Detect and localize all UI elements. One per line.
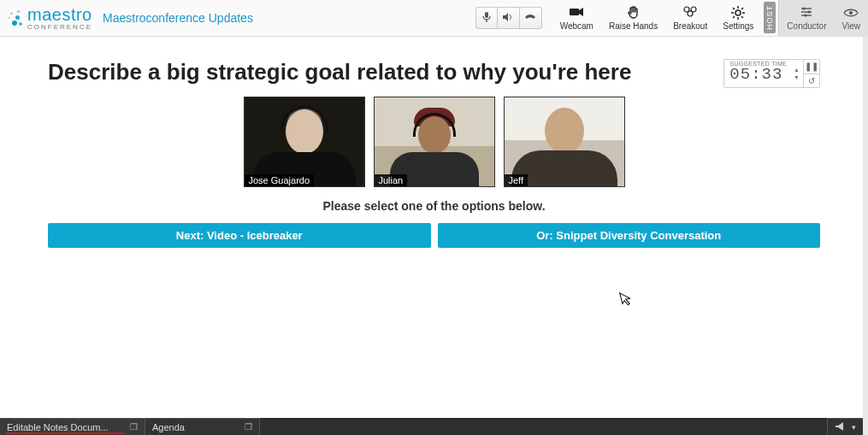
main-content: Describe a big strategic goal related to… bbox=[0, 37, 868, 248]
pause-icon: ❚❚ bbox=[805, 62, 818, 71]
svg-point-22 bbox=[805, 14, 807, 16]
brand-name: maestro bbox=[27, 5, 92, 25]
bottom-tab-label: Agenda bbox=[152, 422, 185, 432]
or-button[interactable]: Or: Snippet Diversity Conversation bbox=[438, 223, 821, 248]
timer-widget: SUGGESTED TIME 05:33 ▲ ▼ ❚❚ ↺ bbox=[723, 59, 820, 88]
svg-point-20 bbox=[803, 7, 806, 9]
nav-buttons: Next: Video - Icebreaker Or: Snippet Div… bbox=[48, 223, 820, 248]
bottom-tab-label: Editable Notes Docum... bbox=[7, 422, 109, 432]
question-title: Describe a big strategic goal related to… bbox=[48, 59, 706, 85]
megaphone-icon bbox=[835, 421, 847, 433]
svg-line-14 bbox=[741, 16, 743, 18]
brand-logo: maestro CONFERENCE bbox=[7, 5, 92, 31]
breakout-button[interactable]: Breakout bbox=[665, 0, 715, 37]
chevron-down-icon: ▾ bbox=[852, 423, 856, 432]
webcam-button[interactable]: Webcam bbox=[552, 0, 601, 37]
speaker-button[interactable] bbox=[498, 7, 520, 29]
top-bar: maestro CONFERENCE Maestroconference Upd… bbox=[0, 0, 868, 37]
raise-hands-label: Raise Hands bbox=[609, 21, 658, 31]
settings-button[interactable]: Settings bbox=[715, 0, 761, 37]
breakout-label: Breakout bbox=[673, 21, 707, 31]
conductor-button[interactable]: Conductor bbox=[779, 0, 834, 37]
breakout-icon bbox=[682, 6, 698, 21]
logo-mark-icon bbox=[7, 10, 26, 29]
video-tile[interactable]: Jeff bbox=[504, 97, 625, 187]
phone-icon bbox=[524, 12, 536, 25]
video-tile[interactable]: Jose Guajardo bbox=[244, 97, 365, 187]
speaker-icon bbox=[502, 12, 514, 25]
bottom-bar: Editable Notes Docum... ❐ Agenda ❐ ▾ bbox=[0, 418, 863, 435]
mic-button[interactable] bbox=[475, 7, 498, 29]
timer-up-icon[interactable]: ▲ bbox=[794, 66, 800, 73]
webcam-icon bbox=[569, 6, 584, 21]
svg-line-13 bbox=[733, 8, 735, 9]
raise-hands-button[interactable]: Raise Hands bbox=[601, 0, 665, 37]
audio-controls bbox=[475, 7, 542, 29]
bottom-announce-button[interactable]: ▾ bbox=[827, 418, 863, 435]
next-button[interactable]: Next: Video - Icebreaker bbox=[48, 223, 431, 248]
page-title: Maestroconference Updates bbox=[103, 11, 475, 25]
svg-point-7 bbox=[688, 11, 693, 16]
video-grid: Jose Guajardo Julian Jeff bbox=[48, 97, 820, 187]
svg-line-16 bbox=[733, 16, 735, 18]
raise-hand-icon bbox=[627, 6, 641, 21]
reset-icon: ↺ bbox=[808, 76, 815, 85]
bottom-tab-agenda[interactable]: Agenda ❐ bbox=[145, 418, 260, 435]
settings-label: Settings bbox=[723, 21, 753, 31]
mic-icon bbox=[481, 11, 492, 26]
gear-icon bbox=[731, 6, 745, 21]
svg-point-23 bbox=[849, 11, 853, 15]
svg-marker-4 bbox=[579, 8, 583, 16]
cursor-icon bbox=[618, 290, 635, 311]
view-label: View bbox=[842, 21, 861, 31]
select-prompt: Please select one of the options below. bbox=[48, 199, 820, 213]
timer-reset-button[interactable]: ↺ bbox=[804, 73, 819, 88]
host-actions: Conductor View bbox=[778, 0, 868, 37]
svg-rect-3 bbox=[570, 9, 579, 15]
host-badge: HOST bbox=[764, 2, 776, 33]
timer-value: 05:33 bbox=[729, 67, 787, 82]
top-actions: Webcam Raise Hands Breakout Settings HOS… bbox=[552, 0, 868, 37]
svg-point-21 bbox=[808, 10, 811, 13]
window-icon: ❐ bbox=[130, 422, 138, 432]
timer-pause-button[interactable]: ❚❚ bbox=[804, 60, 819, 73]
svg-rect-0 bbox=[485, 12, 488, 18]
participant-name: Julian bbox=[375, 174, 408, 186]
video-tile[interactable]: Julian bbox=[374, 97, 495, 187]
webcam-label: Webcam bbox=[560, 21, 593, 31]
svg-line-15 bbox=[741, 8, 743, 9]
eye-icon bbox=[843, 6, 859, 21]
svg-marker-2 bbox=[503, 13, 508, 21]
participant-name: Jose Guajardo bbox=[245, 174, 315, 186]
bottom-tab-notes[interactable]: Editable Notes Docum... ❐ bbox=[0, 418, 145, 435]
sliders-icon bbox=[800, 6, 813, 21]
conductor-label: Conductor bbox=[787, 21, 826, 31]
timer-down-icon[interactable]: ▼ bbox=[794, 73, 800, 81]
hangup-button[interactable] bbox=[520, 7, 542, 29]
view-button[interactable]: View bbox=[835, 0, 869, 37]
window-icon: ❐ bbox=[245, 422, 252, 432]
participant-name: Jeff bbox=[505, 174, 528, 186]
svg-point-8 bbox=[735, 10, 741, 15]
